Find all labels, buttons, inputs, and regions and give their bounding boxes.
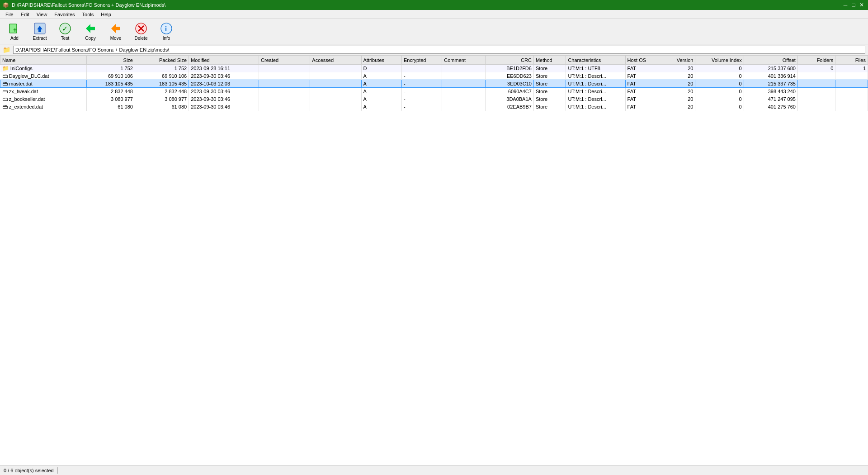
minimize-button[interactable]: ─ — [842, 2, 849, 8]
maximize-button[interactable]: □ — [850, 2, 857, 8]
col-header-version[interactable]: Version — [663, 56, 695, 65]
table-cell: 20 — [663, 103, 695, 111]
table-cell: 2023-09-30 03:46 — [189, 103, 259, 111]
delete-label: Delete — [135, 36, 148, 41]
move-button[interactable]: Move — [104, 21, 127, 43]
file-name-text: IniConfigs — [10, 66, 33, 71]
table-cell: 61 080 — [86, 103, 135, 111]
table-cell: Store — [533, 88, 566, 95]
table-cell — [797, 72, 835, 80]
table-cell — [835, 103, 868, 111]
col-header-hostos[interactable]: Host OS — [625, 56, 663, 65]
dat-file-icon: 🗃 — [2, 104, 9, 110]
table-cell: FAT — [625, 88, 663, 95]
menu-help[interactable]: Help — [97, 10, 115, 19]
file-table-body: 📁 IniConfigs1 7521 7522023-09-28 16:11D-… — [0, 65, 868, 111]
table-cell — [442, 95, 485, 103]
add-button[interactable]: + Add — [3, 21, 26, 43]
col-header-files[interactable]: Files — [835, 56, 868, 65]
col-header-modified[interactable]: Modified — [189, 56, 259, 65]
file-list-container[interactable]: Name Size Packed Size Modified Created A… — [0, 55, 868, 465]
table-cell: FAT — [625, 95, 663, 103]
table-cell: FAT — [625, 72, 663, 80]
file-name-cell: 🗃 z_bookseller.dat — [0, 95, 87, 103]
table-cell — [442, 72, 485, 80]
table-cell: - — [401, 95, 442, 103]
col-header-volindex[interactable]: Volume Index — [695, 56, 744, 65]
col-header-encrypted[interactable]: Encrypted — [401, 56, 442, 65]
delete-button[interactable]: Delete — [129, 21, 153, 43]
table-cell: 20 — [663, 95, 695, 103]
col-header-attributes[interactable]: Attributes — [361, 56, 401, 65]
table-cell: Store — [533, 65, 566, 72]
col-header-offset[interactable]: Offset — [744, 56, 797, 65]
table-cell: A — [361, 103, 401, 111]
dat-file-icon: 🗃 — [2, 81, 9, 87]
table-cell — [442, 88, 485, 95]
table-row[interactable]: 🗃 zx_tweak.dat2 832 4482 832 4482023-09-… — [0, 88, 868, 95]
table-cell: 1 — [835, 65, 868, 72]
table-cell: - — [401, 80, 442, 88]
table-row[interactable]: 📁 IniConfigs1 7521 7522023-09-28 16:11D-… — [0, 65, 868, 72]
table-cell — [797, 80, 835, 88]
col-header-accessed[interactable]: Accessed — [310, 56, 361, 65]
table-cell: FAT — [625, 103, 663, 111]
menu-edit[interactable]: Edit — [17, 10, 33, 19]
menu-favorites[interactable]: Favorites — [51, 10, 78, 19]
table-row[interactable]: 🗃 master.dat183 105 435183 105 4352023-1… — [0, 80, 868, 88]
col-header-crc[interactable]: CRC — [485, 56, 533, 65]
table-row[interactable]: 🗃 z_bookseller.dat3 080 9773 080 9772023… — [0, 95, 868, 103]
title-bar-controls: ─ □ ✕ — [842, 2, 865, 8]
close-button[interactable]: ✕ — [858, 2, 865, 8]
status-text: 0 / 6 object(s) selected — [4, 468, 54, 473]
col-header-characteristics[interactable]: Characteristics — [566, 56, 625, 65]
test-button[interactable]: ✓ Test — [53, 21, 77, 43]
info-button[interactable]: i Info — [155, 21, 178, 43]
svg-marker-7 — [111, 24, 120, 33]
table-cell: 69 910 106 — [86, 72, 135, 80]
col-header-created[interactable]: Created — [259, 56, 310, 65]
menu-bar: File Edit View Favorites Tools Help — [0, 10, 868, 19]
table-row[interactable]: 🗃 Dayglow_DLC.dat69 910 10669 910 106202… — [0, 72, 868, 80]
extract-button[interactable]: Extract — [28, 21, 52, 43]
col-header-size[interactable]: Size — [86, 56, 135, 65]
col-header-comment[interactable]: Comment — [442, 56, 485, 65]
table-cell: 20 — [663, 80, 695, 88]
table-cell: UT:M:1 : Descri... — [566, 72, 625, 80]
info-icon: i — [160, 22, 173, 35]
table-cell: 0 — [797, 65, 835, 72]
address-path[interactable]: D:\RAPIDSHARE\Fallout Sonora\FO Sonora +… — [13, 46, 865, 54]
menu-view[interactable]: View — [33, 10, 51, 19]
col-header-folders[interactable]: Folders — [797, 56, 835, 65]
delete-icon — [135, 22, 147, 35]
table-cell: 6090A4C7 — [485, 88, 533, 95]
table-row[interactable]: 🗃 z_extended.dat61 08061 0802023-09-30 0… — [0, 103, 868, 111]
copy-button[interactable]: Copy — [79, 21, 102, 43]
table-header-row: Name Size Packed Size Modified Created A… — [0, 56, 868, 65]
table-cell — [797, 95, 835, 103]
col-header-name[interactable]: Name — [0, 56, 87, 65]
file-name-text: z_extended.dat — [9, 104, 43, 109]
dat-file-icon: 🗃 — [2, 88, 9, 95]
table-cell — [310, 95, 361, 103]
table-cell: - — [401, 103, 442, 111]
table-cell — [259, 88, 310, 95]
table-cell: 0 — [695, 72, 744, 80]
file-name-cell: 🗃 Dayglow_DLC.dat — [0, 72, 87, 80]
table-cell: A — [361, 88, 401, 95]
table-cell: 2023-10-03 12:03 — [189, 80, 259, 88]
table-cell: - — [401, 88, 442, 95]
table-cell — [835, 80, 868, 88]
menu-tools[interactable]: Tools — [79, 10, 98, 19]
table-cell: UT:M:1 : Descri... — [566, 103, 625, 111]
col-header-packed[interactable]: Packed Size — [135, 56, 189, 65]
table-cell: Store — [533, 80, 566, 88]
table-cell: D — [361, 65, 401, 72]
table-cell: 0 — [695, 80, 744, 88]
table-cell — [259, 95, 310, 103]
test-icon: ✓ — [59, 22, 71, 35]
menu-file[interactable]: File — [2, 10, 17, 19]
dat-file-icon: 🗃 — [2, 73, 9, 79]
svg-marker-6 — [86, 24, 95, 33]
col-header-method[interactable]: Method — [533, 56, 566, 65]
